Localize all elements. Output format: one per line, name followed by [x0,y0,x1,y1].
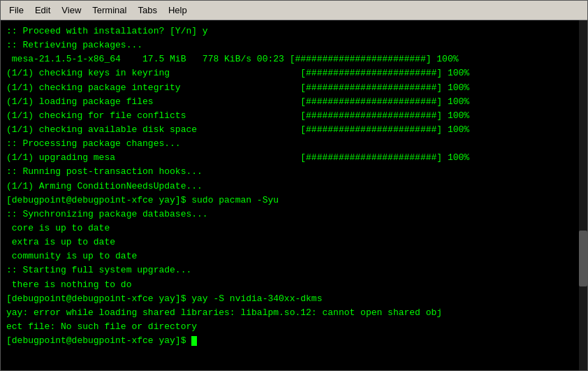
menubar: File Edit View Terminal Tabs Help [1,1,587,20]
cursor [191,336,197,346]
terminal-window: File Edit View Terminal Tabs Help :: Pro… [0,0,588,371]
scrollbar-thumb[interactable] [579,231,587,286]
menu-file[interactable]: File [3,3,29,17]
terminal-body[interactable]: :: Proceed with installation? [Y/n] y ::… [1,20,587,370]
terminal-output: :: Proceed with installation? [Y/n] y ::… [6,24,582,348]
menu-view[interactable]: View [56,3,87,17]
menu-terminal[interactable]: Terminal [87,3,132,17]
menu-tabs[interactable]: Tabs [132,3,162,17]
menu-help[interactable]: Help [163,3,193,17]
scrollbar[interactable] [579,20,587,370]
menu-edit[interactable]: Edit [29,3,56,17]
